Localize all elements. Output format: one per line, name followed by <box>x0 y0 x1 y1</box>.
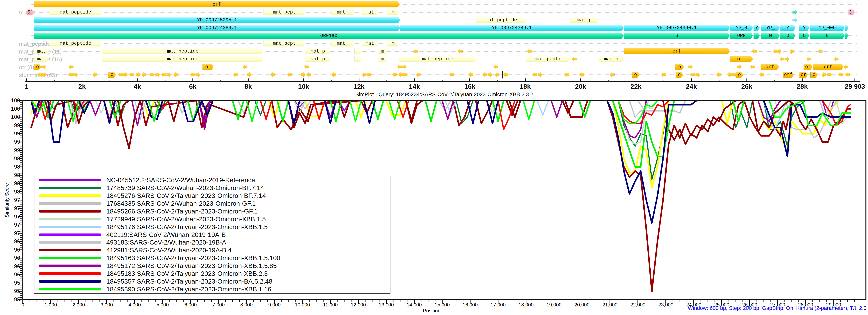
legend-label: 18495172:SARS-CoV-2/Taiyuan-2023-Omicron… <box>106 262 277 269</box>
feature-label: mat <box>37 56 45 62</box>
feature-arrow-icon <box>503 72 508 77</box>
ruler-minor-tick <box>497 80 498 82</box>
y-tick-label: 98 <box>0 155 20 162</box>
feature-label: mat_ <box>337 41 348 46</box>
y-tick-label: 96 <box>0 271 20 278</box>
feature-arrow-icon <box>793 17 798 23</box>
mat-peptide-feature: mat_pept <box>264 9 305 15</box>
feature-arrow-icon <box>538 72 542 77</box>
legend: NC-045512.2:SARS-CoV-2/Wuhan-2019-Refere… <box>34 176 391 294</box>
mat-peptide-feature: mat_peptide <box>49 9 102 15</box>
feature-arrow-icon <box>174 72 178 77</box>
feature-label: S <box>675 33 678 38</box>
legend-item: 18495357:SARS-CoV-2/Taiyuan-2023-Omicron… <box>34 278 390 285</box>
ruler-tick <box>855 79 855 82</box>
legend-color-swatch <box>39 280 101 283</box>
ruler-minor-tick <box>830 80 830 82</box>
feature-arrow-icon <box>844 64 848 69</box>
feature-arrow-icon <box>610 72 615 77</box>
feature-label: orf <box>673 49 681 54</box>
feature-label: mat_p <box>604 56 618 62</box>
y-axis-title: Similarity Score <box>4 77 10 315</box>
legend-color-swatch <box>39 288 101 290</box>
feature-label: o <box>111 72 114 78</box>
track-group-label: mat_peptide <box>19 40 51 47</box>
feature-arrow-icon <box>661 72 665 77</box>
feature-arrow-icon <box>845 72 850 77</box>
orf-feature: o <box>34 64 41 70</box>
mat-peptide-feature: mat_peptide <box>476 17 526 23</box>
feature-label: or <box>805 64 811 70</box>
y-tick-label: 97 <box>0 230 20 236</box>
feature-label: mat <box>366 41 374 46</box>
feature-arrow-icon <box>458 49 463 54</box>
orf-feature: or <box>804 64 812 70</box>
legend-item: 412981:SARS-CoV-2/Wuhan-2020-19A-B.4 <box>34 247 390 254</box>
legend-color-swatch <box>39 202 101 205</box>
feature-arrow-icon <box>155 72 160 77</box>
legend-item: 17729949:SARS-CoV-2/Wuhan-2023-Omicron-X… <box>34 215 390 223</box>
gene-feature: O <box>799 33 809 39</box>
mat-peptide-feature: mat_ <box>331 40 355 47</box>
feature-bar <box>502 71 503 79</box>
feature-arrow-icon <box>688 64 693 69</box>
feature-label: E <box>755 33 758 38</box>
mat-peptide-feature: mat <box>362 40 378 47</box>
cds-feature: YP_ <box>761 25 780 31</box>
feature-arrow-icon <box>142 72 146 77</box>
ruler-minor-tick <box>54 80 55 82</box>
legend-label: 18495266:SARS-CoV-2/Taiyuan-2023-Omicron… <box>106 208 258 215</box>
ruler-minor-tick <box>774 80 775 82</box>
feature-arrow-icon <box>306 72 311 77</box>
legend-label: NC-045512.2:SARS-CoV-2/Wuhan-2019-Refere… <box>106 176 255 184</box>
feature-label: O <box>786 33 789 38</box>
feature-arrow-icon <box>806 56 811 62</box>
feature-arrow-icon <box>362 72 367 77</box>
feature-label: YP 009724389.1 <box>492 25 532 31</box>
mat-peptide-feature: mat_pepti <box>526 56 570 62</box>
feature-label: 3' <box>849 9 855 15</box>
y-tick-label: 98 <box>0 164 20 170</box>
feature-arrow-icon <box>572 56 577 62</box>
simplot-application-window: orf5'UTR5'mat_peptidemat_peptmat_matm3'Y… <box>0 0 868 315</box>
mat-peptide-feature: mat <box>362 9 378 15</box>
feature-arrow-icon <box>161 72 166 77</box>
feature-label: mat peptide <box>167 56 198 62</box>
feature-label: o <box>738 72 741 78</box>
feature-label: orf <box>737 56 746 62</box>
annotation-track: mat_peptide (16)matmat peptidemat_pmmat_… <box>0 56 868 62</box>
feature-label: orf <box>766 64 774 70</box>
legend-item: 18495163:SARS-CoV-2/Taiyuan-2023-Omicron… <box>34 254 390 262</box>
feature-label: m <box>381 56 384 62</box>
annotation-track: 5'UTR5'mat_peptidemat_peptmat_matm3' <box>0 9 868 16</box>
annotation-track: orf <box>0 1 868 8</box>
feature-arrow-icon <box>759 72 764 77</box>
legend-label: 17684335:SARS-CoV-2/Wuhan-2023-Omicron-G… <box>106 200 256 207</box>
feature-label: o <box>634 72 637 78</box>
feature-arrow-icon <box>468 72 473 77</box>
feature-arrow-icon <box>482 72 487 77</box>
track-guide-line <box>27 12 857 12</box>
y-tick-label: 96 <box>0 263 20 269</box>
feature-arrow-icon <box>166 72 171 77</box>
feature-label: mat peptide <box>167 49 198 54</box>
y-tick-label: 96 <box>0 255 20 261</box>
mat-peptide-feature: mat_p <box>570 17 599 23</box>
ruler-tick-label: 26k <box>741 83 752 90</box>
feature-label: or <box>801 72 806 78</box>
orf-feature: orf <box>34 1 400 7</box>
ruler-tick <box>580 79 581 82</box>
feature-arrow-icon <box>838 72 843 77</box>
feature-arrow-icon <box>331 72 336 77</box>
feature-label: mat_ <box>337 9 348 15</box>
feature-arrow-icon <box>129 72 134 77</box>
feature-label: mat_peptide <box>60 9 91 15</box>
orf-feature: o <box>676 71 683 78</box>
feature-arrow-icon <box>752 49 757 54</box>
gene-feature: N <box>810 33 845 39</box>
legend-item: 402119:SARS-CoV-2/Wuhan-2019-19A-B <box>34 231 390 238</box>
feature-label: YP_009 <box>818 25 836 31</box>
y-tick-label: 98 <box>0 180 20 187</box>
y-tick-label: 95 <box>0 280 20 286</box>
ruler-tick-label: 14k <box>409 83 420 90</box>
